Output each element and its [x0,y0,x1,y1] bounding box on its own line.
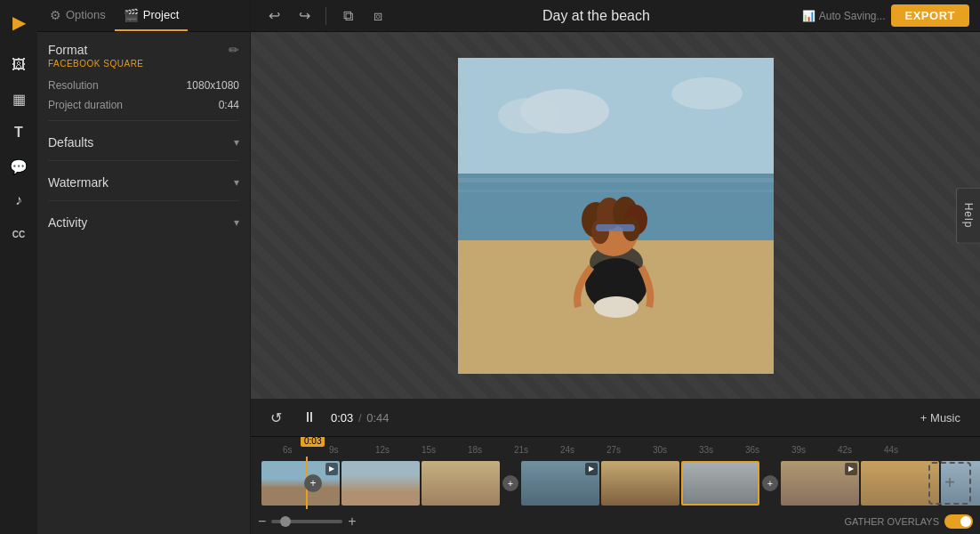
project-panel: ⚙ Options 🎬 Project Format FACEBOOK SQUA… [37,0,251,534]
scenes-icon: ▦ [12,91,26,108]
preview-background [251,32,980,399]
timeline-footer: − + GATHER OVERLAYS [256,509,975,534]
add-clip-left-button[interactable]: + [304,474,322,492]
top-bar: ↩ ↪ ⧉ ⧇ Day at the beach 📊 Auto Saving..… [251,0,980,32]
track-clip-7[interactable]: ▶ [781,461,859,506]
tab-project[interactable]: 🎬 Project [115,0,188,31]
edit-format-button[interactable]: ✏ [229,43,239,57]
watermark-title: Watermark [48,175,108,190]
ruler-mark-24s: 24s [560,445,574,455]
sidebar-item-bubbles[interactable]: 💬 [4,151,34,182]
add-between-button-2[interactable]: + [761,475,779,491]
help-tab[interactable]: Help [956,188,980,244]
track-clip-4[interactable]: ▶ [521,461,599,506]
redo-button[interactable]: ↪ [292,4,317,28]
auto-save-indicator: 📊 Auto Saving... [802,10,886,22]
export-button[interactable]: EXPORT [891,4,969,27]
zoom-slider[interactable] [271,520,342,523]
replay-icon: ↺ [270,409,282,426]
track-clip-3[interactable] [422,461,500,506]
undo-button[interactable]: ↩ [261,4,286,28]
ruler-mark-33s: 33s [699,445,713,455]
add-between-button[interactable]: + [502,475,519,491]
ruler-mark-18s: 18s [468,445,482,455]
zoom-thumb[interactable] [280,516,291,527]
add-music-button[interactable]: + Music [913,408,968,428]
svg-point-3 [671,77,743,109]
divider-1 [48,120,239,121]
defaults-title: Defaults [48,135,93,150]
add-track-button[interactable]: + [928,462,971,505]
ruler-mark-30s: 30s [653,445,667,455]
ruler-mark-39s: 39s [791,445,806,455]
logo-icon: ▶ [12,12,26,33]
defaults-section[interactable]: Defaults ▾ [48,126,239,155]
replay-button[interactable]: ↺ [263,405,288,430]
project-title: Day at the beach [396,8,797,24]
ruler-mark-12s: 12s [375,445,390,455]
track-clip-2[interactable] [341,461,420,506]
watermark-section[interactable]: Watermark ▾ [48,166,239,195]
clip-4-play-icon: ▶ [585,463,598,475]
zoom-controls: − + [258,514,357,529]
gather-overlays-label: GATHER OVERLAYS [844,516,939,527]
ruler-mark-44s: 44s [884,445,898,455]
sidebar-item-music[interactable]: ♪ [4,185,34,215]
sidebar-item-text[interactable]: T [4,117,34,148]
toolbar-separator-1 [325,7,326,25]
project-icon: 🎬 [124,8,139,22]
icon-sidebar: ▶ 🖼 ▦ T 💬 ♪ CC [0,0,37,534]
activity-section[interactable]: Activity ▾ [48,206,239,235]
options-icon: ⚙ [50,8,61,22]
track-clip-8[interactable] [861,461,939,506]
svg-point-2 [498,98,560,134]
player-bar: ↺ ⏸ 0:03 / 0:44 + Music [251,399,980,436]
auto-save-text: Auto Saving... [819,10,886,22]
paste-button[interactable]: ⧇ [365,4,390,28]
sidebar-item-media[interactable]: 🖼 [4,50,34,80]
format-section-header: Format FACEBOOK SQUARE ✏ [48,43,239,69]
resolution-row: Resolution 1080x1080 [48,76,239,95]
ruler-mark-15s: 15s [422,445,436,455]
panel-body: Format FACEBOOK SQUARE ✏ Resolution 1080… [37,32,250,246]
svg-rect-17 [596,224,635,231]
tab-project-label: Project [143,8,179,21]
sidebar-item-scenes[interactable]: ▦ [4,84,34,114]
duration-row: Project duration 0:44 [48,95,239,115]
sidebar-item-captions[interactable]: CC [4,219,34,249]
resolution-label: Resolution [48,79,99,92]
toggle-knob [960,516,971,527]
tab-options-label: Options [66,8,106,21]
timeline-tracks: + ▶ + ▶ [256,457,975,509]
zoom-in-button[interactable]: + [348,514,356,529]
format-title: Format [48,43,144,57]
zoom-out-button[interactable]: − [258,514,266,529]
defaults-chevron: ▾ [234,136,239,149]
gather-overlays-toggle[interactable] [944,514,973,529]
beach-scene-svg [458,58,774,374]
video-placeholder [458,58,774,374]
captions-icon: CC [12,230,25,239]
bar-chart-icon: 📊 [802,10,815,22]
track-clip-1[interactable]: ▶ [261,461,340,506]
copy-button[interactable]: ⧉ [335,4,360,28]
add-track-icon: + [944,473,955,493]
bubbles-icon: 💬 [10,158,28,175]
resolution-value: 1080x1080 [187,79,239,92]
duration-value: 0:44 [219,99,239,111]
app-logo[interactable]: ▶ [4,7,34,37]
track-clip-5[interactable] [601,461,679,506]
track-clip-6[interactable] [681,461,759,506]
clip-1-play-icon: ▶ [325,463,338,475]
panel-tabs: ⚙ Options 🎬 Project [37,0,250,32]
ruler-mark-42s: 42s [838,445,852,455]
tab-options[interactable]: ⚙ Options [41,0,115,31]
format-subtitle: FACEBOOK SQUARE [48,59,144,69]
time-current: 0:03 [331,411,353,425]
divider-3 [48,200,239,201]
time-total: 0:44 [366,411,389,425]
pause-button[interactable]: ⏸ [297,405,322,430]
divider-2 [48,160,239,161]
svg-point-19 [594,296,639,318]
music-icon: ♪ [15,192,22,208]
